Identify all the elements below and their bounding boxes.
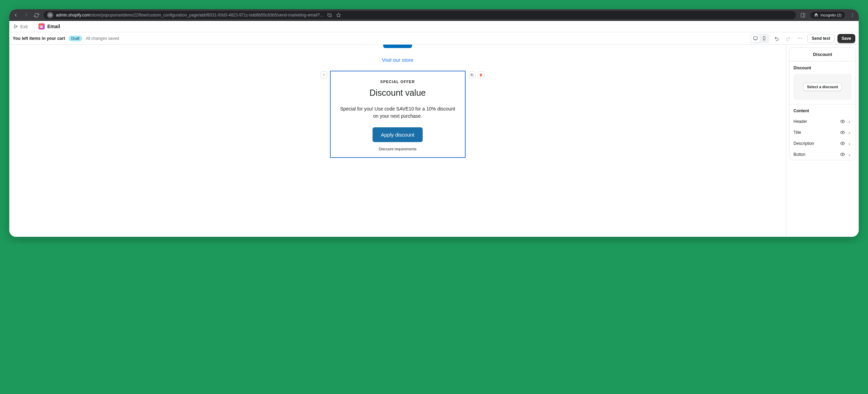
back-button[interactable]	[13, 12, 19, 18]
delete-block-button[interactable]	[478, 71, 484, 78]
chrome-menu-icon[interactable]	[849, 12, 855, 18]
visibility-icon[interactable]	[840, 130, 845, 135]
content-row-description[interactable]: Description	[789, 138, 856, 149]
incognito-label: Incognito (2)	[821, 13, 842, 17]
svg-point-19	[764, 39, 764, 40]
desktop-view-button[interactable]	[751, 34, 760, 43]
apply-discount-button[interactable]: Apply discount	[373, 127, 423, 142]
content-row-button[interactable]: Button	[789, 149, 856, 160]
app-name: Email	[47, 24, 60, 29]
editor-toolbar: You left items in your cart Draft All ch…	[9, 32, 859, 45]
discount-title: Discount value	[369, 88, 426, 98]
chevron-right-icon	[847, 152, 852, 157]
svg-point-21	[800, 38, 800, 38]
offer-label: SPECIAL OFFER	[380, 80, 415, 84]
browser-window: admin.shopify.com/store/popupsmartdemo22…	[9, 9, 859, 237]
email-subject: You left items in your cart	[13, 36, 65, 41]
prev-block-button	[383, 45, 412, 48]
svg-point-22	[801, 38, 802, 38]
app-header: Exit Email	[9, 21, 859, 32]
save-status: All changes saved	[85, 36, 119, 41]
svg-point-28	[324, 76, 324, 76]
discount-block[interactable]: SPECIAL OFFER Discount value Special for…	[330, 71, 466, 158]
visibility-icon[interactable]	[840, 141, 845, 146]
visibility-icon[interactable]	[840, 152, 845, 157]
save-button[interactable]: Save	[837, 34, 855, 43]
bookmark-star-icon[interactable]	[335, 12, 342, 18]
svg-point-32	[842, 143, 843, 144]
redo-button[interactable]	[784, 34, 793, 43]
content-section-label: Content	[793, 108, 852, 113]
discount-well: Select a discount	[793, 74, 852, 100]
mobile-view-button[interactable]	[760, 34, 769, 43]
exit-button[interactable]: Exit	[13, 21, 34, 32]
content-row-title[interactable]: Title	[789, 127, 856, 138]
select-discount-button[interactable]: Select a discount	[803, 83, 842, 91]
editor-body: Visit our store SPECIAL OFFER Discount v…	[9, 45, 859, 237]
svg-point-14	[852, 15, 853, 15]
undo-button[interactable]	[772, 34, 781, 43]
svg-point-23	[323, 74, 323, 74]
svg-point-24	[324, 74, 324, 74]
content-row-header[interactable]: Header	[789, 116, 856, 127]
eye-off-icon[interactable]	[327, 12, 333, 18]
svg-point-15	[852, 16, 853, 17]
side-panel-icon[interactable]	[800, 12, 806, 18]
discount-section-label: Discount	[793, 66, 852, 70]
visit-store-link[interactable]: Visit our store	[382, 57, 413, 63]
url-text: admin.shopify.com/store/popupsmartdemo22…	[56, 13, 324, 18]
email-canvas[interactable]: Visit our store SPECIAL OFFER Discount v…	[9, 45, 786, 237]
forward-button[interactable]	[23, 12, 29, 18]
svg-point-20	[798, 38, 799, 38]
svg-rect-17	[753, 37, 757, 39]
svg-point-31	[842, 132, 843, 133]
exit-label: Exit	[20, 24, 28, 29]
site-info-icon[interactable]	[47, 12, 53, 18]
visibility-icon[interactable]	[840, 119, 845, 124]
svg-point-25	[323, 74, 323, 75]
send-test-button[interactable]: Send test	[807, 34, 835, 43]
chevron-right-icon	[847, 119, 852, 124]
svg-point-26	[324, 74, 324, 75]
chevron-right-icon	[847, 141, 852, 146]
browser-right-controls: Incognito (2)	[800, 12, 855, 19]
settings-panel: Discount Discount Select a discount Cont…	[786, 45, 859, 237]
svg-point-27	[323, 76, 323, 76]
more-actions-button[interactable]	[796, 34, 804, 43]
panel-title: Discount	[789, 48, 856, 61]
svg-point-33	[842, 154, 843, 155]
svg-rect-29	[471, 74, 473, 76]
reload-button[interactable]	[33, 12, 39, 18]
browser-toolbar: admin.shopify.com/store/popupsmartdemo22…	[9, 9, 859, 21]
duplicate-block-button[interactable]	[469, 71, 476, 78]
app-title: Email	[38, 23, 60, 30]
chevron-right-icon	[847, 130, 852, 135]
drag-handle[interactable]	[320, 71, 327, 78]
email-app-icon	[38, 23, 45, 30]
discount-requirements: Discount requirements	[379, 147, 416, 151]
address-bar[interactable]: admin.shopify.com/store/popupsmartdemo22…	[44, 11, 796, 19]
incognito-badge[interactable]: Incognito (2)	[810, 12, 845, 19]
svg-point-13	[852, 13, 853, 14]
draft-badge: Draft	[69, 36, 82, 41]
device-toggle	[750, 34, 769, 43]
svg-marker-10	[336, 13, 341, 17]
svg-point-30	[842, 121, 843, 122]
discount-description: Special for you! Use code SAVE10 for a 1…	[339, 105, 456, 120]
svg-rect-11	[801, 13, 805, 17]
